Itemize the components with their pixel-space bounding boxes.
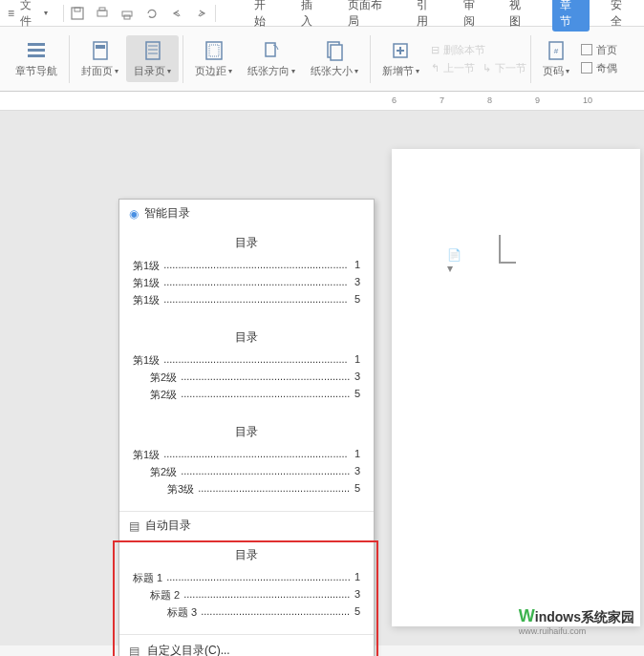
auto-toc-icon: ▤ xyxy=(129,519,140,533)
smart-toc-header: ◉ 智能目录 xyxy=(119,200,374,227)
page-number-button[interactable]: # 页码▾ xyxy=(535,39,577,78)
separator xyxy=(215,5,216,22)
orientation-button[interactable]: 纸张方向▾ xyxy=(240,39,303,78)
ribbon: 章节导航 封面页▾ 目录页▾ 页边距▾ 纸张方向▾ 纸张大小▾ 新增节▾ ⊟删除… xyxy=(0,27,644,92)
tab-start[interactable]: 开始 xyxy=(250,0,280,32)
divider xyxy=(69,35,70,83)
svg-rect-6 xyxy=(28,43,45,46)
workspace: 📄▾ ◉ 智能目录 目录 第1级........................… xyxy=(0,111,644,645)
ribbon-tabs: 开始 插入 页面布局 引用 审阅 视图 章节 安全 xyxy=(250,0,636,32)
hamburger-icon[interactable]: ≡ xyxy=(8,7,14,20)
separator xyxy=(63,5,64,22)
delete-section-icon: ⊟ xyxy=(431,44,440,56)
orientation-icon xyxy=(260,39,283,62)
paper-size-button[interactable]: 纸张大小▾ xyxy=(303,39,366,78)
ruler: 6 7 8 9 10 xyxy=(0,92,644,111)
print-preview-icon[interactable] xyxy=(95,6,110,21)
next-icon: ↳ xyxy=(483,62,491,74)
svg-rect-16 xyxy=(209,45,219,56)
tab-review[interactable]: 审阅 xyxy=(460,0,489,32)
chevron-down-icon: ▾ xyxy=(44,9,48,17)
cover-icon xyxy=(89,39,112,62)
divider xyxy=(370,35,371,83)
file-menu[interactable]: 文件 ▾ xyxy=(20,0,48,30)
svg-text:#: # xyxy=(554,47,559,55)
tab-security[interactable]: 安全 xyxy=(607,0,636,32)
toc-preview-2[interactable]: 目录 第1级..................................… xyxy=(119,322,374,416)
divider xyxy=(182,35,183,83)
svg-rect-9 xyxy=(94,42,107,59)
tab-insert[interactable]: 插入 xyxy=(297,0,327,32)
cover-button[interactable]: 封面页▾ xyxy=(74,39,126,78)
save-icon[interactable] xyxy=(70,6,85,21)
text-cursor xyxy=(499,235,516,264)
svg-rect-8 xyxy=(28,54,45,57)
toc-preview-3[interactable]: 目录 第1级..................................… xyxy=(119,416,374,511)
svg-rect-1 xyxy=(75,8,80,11)
svg-rect-3 xyxy=(99,8,105,11)
odd-even-checkbox[interactable]: 奇偶 xyxy=(581,61,617,75)
redo-icon[interactable] xyxy=(194,6,209,21)
margin-button[interactable]: 页边距▾ xyxy=(187,39,240,78)
paper-size-icon xyxy=(323,39,346,62)
new-section-icon xyxy=(390,39,413,62)
auto-toc-header: ▤ 自动目录 xyxy=(119,512,374,540)
print-icon[interactable] xyxy=(119,6,135,21)
quick-access-toolbar xyxy=(70,6,209,21)
custom-toc-action[interactable]: ▤ 自定义目录(C)... xyxy=(119,635,374,656)
prev-icon: ↰ xyxy=(431,62,440,74)
toc-preview-1[interactable]: 目录 第1级..................................… xyxy=(119,227,374,322)
section-nav-button[interactable]: 章节导航 xyxy=(8,39,65,78)
paste-options-icon[interactable]: 📄▾ xyxy=(447,248,461,264)
new-section-button[interactable]: 新增节▾ xyxy=(375,39,427,78)
svg-rect-11 xyxy=(146,42,160,59)
tab-page-layout[interactable]: 页面布局 xyxy=(344,0,396,32)
page-number-icon: # xyxy=(545,39,568,62)
tab-reference[interactable]: 引用 xyxy=(413,0,442,32)
brand-logo: Windows系统家园 www.ruihaifu.com xyxy=(519,606,634,636)
custom-toc-icon: ▤ xyxy=(129,645,140,657)
top-menu-bar: ≡ 文件 ▾ 开始 插入 页面布局 引用 审阅 视图 章节 安全 xyxy=(0,0,644,27)
toc-button[interactable]: 目录页▾ xyxy=(126,35,179,82)
toc-icon xyxy=(141,39,164,62)
refresh-icon[interactable] xyxy=(144,6,160,21)
prev-section-button: ↰上一节 xyxy=(431,61,475,75)
toc-dropdown-panel: ◉ 智能目录 目录 第1级...........................… xyxy=(118,199,375,656)
auto-toc-preview[interactable]: 目录 标题 1.................................… xyxy=(119,540,374,634)
margin-icon xyxy=(203,39,225,62)
svg-rect-2 xyxy=(97,11,107,16)
svg-rect-7 xyxy=(28,49,45,52)
delete-section-button: ⊟删除本节 xyxy=(431,43,526,57)
tab-view[interactable]: 视图 xyxy=(505,0,535,32)
svg-rect-10 xyxy=(96,45,105,49)
nav-icon xyxy=(25,39,48,62)
smart-toc-icon: ◉ xyxy=(129,207,139,221)
first-page-checkbox[interactable]: 首页 xyxy=(581,43,617,57)
document-page[interactable] xyxy=(392,149,640,626)
next-section-button: ↳下一节 xyxy=(483,61,526,75)
undo-icon[interactable] xyxy=(169,6,184,21)
tab-section[interactable]: 章节 xyxy=(552,0,590,32)
divider xyxy=(530,35,531,83)
svg-rect-0 xyxy=(72,8,83,19)
svg-rect-19 xyxy=(331,45,342,60)
